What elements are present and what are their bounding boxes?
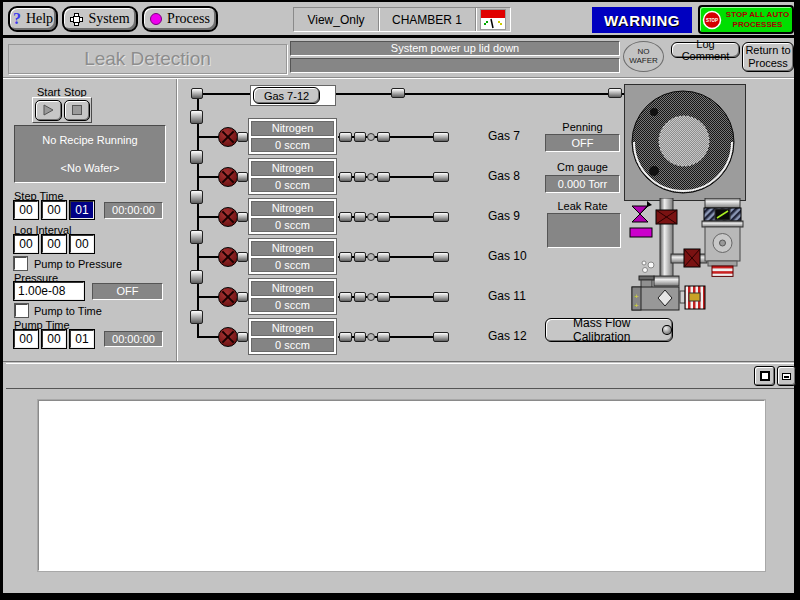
gas-valve-icon[interactable]: [218, 167, 238, 187]
roughing-valve-icon[interactable]: [656, 210, 677, 224]
pipe-connector: [354, 252, 366, 262]
leak-rate-value: [547, 213, 621, 248]
mass-flow-calibration-label: Mass Flow Calibration: [546, 316, 657, 344]
stop-all-line1: STOP ALL AUTO: [725, 10, 790, 20]
gas-flow: 0 sccm: [251, 218, 334, 233]
calibration-indicator-icon: [662, 325, 672, 335]
pipe-connector: [190, 310, 203, 324]
turbo-inlet-pipe: [705, 198, 740, 208]
pipe-connector: [237, 172, 248, 182]
pipe-connector: [237, 132, 248, 142]
gas-flow: 0 sccm: [251, 298, 334, 313]
warning-text: WARNING: [604, 12, 680, 29]
pump-to-time-checkbox[interactable]: [15, 304, 28, 317]
pipe-connector: [608, 88, 622, 98]
pipe-fitting: [367, 173, 375, 181]
minimize-icon: [782, 373, 791, 380]
pipe-connector: [354, 212, 366, 222]
maximize-pane-button[interactable]: [754, 366, 775, 386]
cm-gauge-label: Cm gauge: [545, 161, 620, 173]
pump-motor: [685, 286, 705, 309]
pipe: [197, 93, 250, 95]
gas-label: Gas 8: [488, 169, 520, 183]
penning-label: Penning: [545, 121, 620, 133]
pump-time-seconds-input[interactable]: [70, 330, 94, 348]
pipe-connector: [237, 212, 248, 222]
gas-valve-icon[interactable]: [218, 127, 238, 147]
mass-flow-calibration-button[interactable]: Mass Flow Calibration: [545, 318, 673, 342]
step-time-minutes-input[interactable]: [42, 201, 66, 219]
gas-name: Nitrogen: [251, 201, 334, 216]
help-icon: ?: [13, 10, 21, 28]
gas-valve-icon[interactable]: [218, 287, 238, 307]
status-message-box: System power up lid down: [290, 41, 620, 74]
gas-valve-icon[interactable]: [218, 247, 238, 267]
pipe-connector: [190, 230, 203, 244]
return-to-process-button[interactable]: Return to Process: [742, 42, 794, 72]
gas-valve-icon[interactable]: [218, 327, 238, 347]
maximize-icon: [760, 371, 770, 381]
step-time-hours-input[interactable]: [14, 201, 38, 219]
pipe-connector: [354, 172, 366, 182]
pipe-connector: [237, 292, 248, 302]
log-interval-seconds-input[interactable]: [70, 235, 94, 253]
pipe-connector: [339, 212, 352, 222]
pipe-connector: [433, 132, 449, 142]
pipe-connector: [354, 292, 366, 302]
pipe-connector: [433, 292, 449, 302]
foreline-valve-icon[interactable]: [684, 249, 700, 267]
log-interval-hours-input[interactable]: [14, 235, 38, 253]
pipe-fitting: [367, 333, 375, 341]
stop-sign-icon: STOP: [702, 10, 722, 30]
mass-flow-controller: Nitrogen 0 sccm: [248, 198, 337, 235]
mass-flow-controller: Nitrogen 0 sccm: [248, 238, 337, 275]
pipe-connector: [433, 212, 449, 222]
step-time-seconds-input[interactable]: [70, 201, 94, 219]
vent-valve-icon[interactable]: [630, 201, 652, 237]
log-comment-button[interactable]: Log Comment: [671, 42, 740, 58]
gas-flow: 0 sccm: [251, 178, 334, 193]
recipe-status: No Recipe Running: [15, 134, 165, 146]
mass-flow-controller: Nitrogen 0 sccm: [248, 278, 337, 315]
system-button[interactable]: System: [62, 6, 138, 32]
chamber-indicator: CHAMBER 1: [379, 8, 475, 31]
pressure-input[interactable]: [14, 282, 84, 300]
gas-label: Gas 12: [488, 329, 527, 343]
gas-flow: 0 sccm: [251, 338, 334, 353]
pipe-connector: [339, 252, 352, 262]
pipe-connector: [191, 88, 203, 99]
svg-text:STOP: STOP: [706, 18, 718, 23]
log-interval-minutes-input[interactable]: [42, 235, 66, 253]
play-icon: [43, 104, 54, 116]
pipe-connector: [377, 172, 390, 182]
stop-button[interactable]: [64, 100, 90, 121]
gas-valve-icon[interactable]: [218, 207, 238, 227]
pipe-fitting: [367, 293, 375, 301]
pump-to-pressure-checkbox[interactable]: [14, 257, 27, 270]
help-button[interactable]: ? Help: [8, 6, 58, 32]
divider: [3, 361, 794, 362]
pipe-connector: [433, 172, 449, 182]
pump-time-hours-input[interactable]: [14, 330, 38, 348]
pipe-connector: [354, 132, 366, 142]
gas-group-button[interactable]: Gas 7-12: [253, 87, 320, 104]
gas-flow: 0 sccm: [251, 258, 334, 273]
run-control-group: [32, 97, 92, 123]
gas-name: Nitrogen: [251, 161, 334, 176]
stop-all-auto-processes-button[interactable]: STOP STOP ALL AUTO PROCESSES: [698, 5, 794, 34]
gas-label: Gas 10: [488, 249, 527, 263]
gas-name: Nitrogen: [251, 321, 334, 336]
start-button[interactable]: [35, 100, 62, 121]
minimize-pane-button[interactable]: [777, 366, 796, 386]
mass-flow-controller: Nitrogen 0 sccm: [248, 158, 337, 195]
process-icon: [150, 13, 162, 25]
pipe-connector: [377, 132, 390, 142]
chamber-diagram: [624, 84, 746, 201]
wafer-stage: [659, 116, 709, 166]
pipe-connector: [391, 88, 405, 98]
log-output-area: [38, 400, 765, 571]
page-title: Leak Detection: [84, 48, 211, 70]
stop-all-line2: PROCESSES: [725, 20, 790, 30]
process-button[interactable]: Process: [142, 6, 218, 32]
pump-time-minutes-input[interactable]: [42, 330, 66, 348]
